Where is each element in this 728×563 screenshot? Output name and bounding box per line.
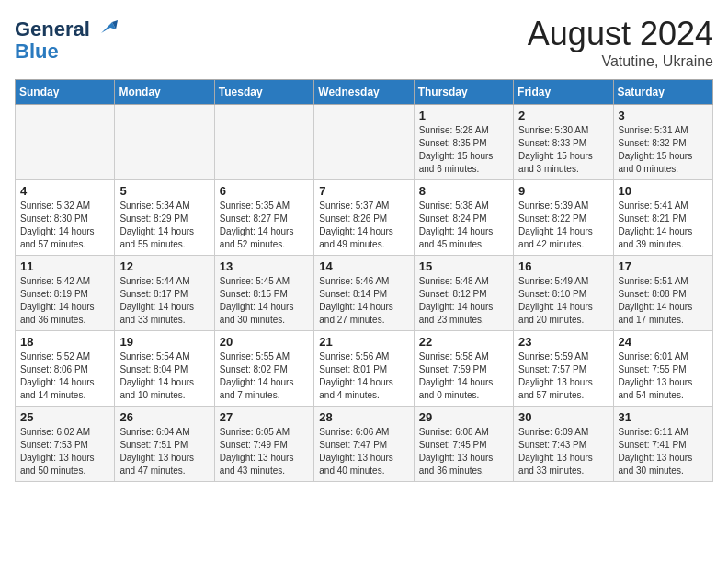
calendar-day-10: 10Sunrise: 5:41 AM Sunset: 8:21 PM Dayli… xyxy=(613,180,712,256)
day-number: 8 xyxy=(419,184,508,198)
col-header-saturday: Saturday xyxy=(613,80,712,105)
day-number: 29 xyxy=(419,410,508,424)
day-number: 10 xyxy=(619,184,708,198)
calendar-day-18: 18Sunrise: 5:52 AM Sunset: 8:06 PM Dayli… xyxy=(16,331,115,407)
calendar-day-30: 30Sunrise: 6:09 AM Sunset: 7:43 PM Dayli… xyxy=(514,407,613,482)
month-year-title: August 2024 xyxy=(528,15,713,53)
day-info: Sunrise: 5:31 AM Sunset: 8:32 PM Dayligh… xyxy=(619,124,708,176)
day-number: 6 xyxy=(220,184,309,198)
day-info: Sunrise: 6:06 AM Sunset: 7:47 PM Dayligh… xyxy=(319,426,408,477)
day-number: 28 xyxy=(319,410,408,424)
day-info: Sunrise: 6:05 AM Sunset: 7:49 PM Dayligh… xyxy=(220,426,309,477)
day-info: Sunrise: 6:01 AM Sunset: 7:55 PM Dayligh… xyxy=(619,350,708,402)
day-number: 31 xyxy=(619,410,708,424)
day-info: Sunrise: 5:58 AM Sunset: 7:59 PM Dayligh… xyxy=(419,350,508,402)
col-header-wednesday: Wednesday xyxy=(314,80,414,105)
calendar-day-11: 11Sunrise: 5:42 AM Sunset: 8:19 PM Dayli… xyxy=(16,256,115,331)
col-header-thursday: Thursday xyxy=(414,80,513,105)
calendar-day-28: 28Sunrise: 6:06 AM Sunset: 7:47 PM Dayli… xyxy=(314,407,414,482)
calendar-week-row: 18Sunrise: 5:52 AM Sunset: 8:06 PM Dayli… xyxy=(16,331,713,407)
day-number: 3 xyxy=(619,109,708,122)
calendar-day-20: 20Sunrise: 5:55 AM Sunset: 8:02 PM Dayli… xyxy=(214,331,313,407)
calendar-day-23: 23Sunrise: 5:59 AM Sunset: 7:57 PM Dayli… xyxy=(514,331,613,407)
day-number: 23 xyxy=(518,335,608,349)
day-info: Sunrise: 5:44 AM Sunset: 8:17 PM Dayligh… xyxy=(119,275,209,327)
day-number: 30 xyxy=(518,410,608,424)
calendar-table: SundayMondayTuesdayWednesdayThursdayFrid… xyxy=(15,79,713,482)
calendar-day-empty xyxy=(214,105,313,180)
calendar-day-5: 5Sunrise: 5:34 AM Sunset: 8:29 PM Daylig… xyxy=(115,180,214,256)
day-number: 2 xyxy=(518,109,608,122)
col-header-tuesday: Tuesday xyxy=(214,80,313,105)
calendar-day-25: 25Sunrise: 6:02 AM Sunset: 7:53 PM Dayli… xyxy=(16,407,115,482)
day-info: Sunrise: 5:59 AM Sunset: 7:57 PM Dayligh… xyxy=(518,350,608,402)
logo-general: General xyxy=(15,17,90,40)
day-number: 9 xyxy=(518,184,608,198)
day-info: Sunrise: 5:55 AM Sunset: 8:02 PM Dayligh… xyxy=(220,350,309,402)
day-info: Sunrise: 6:08 AM Sunset: 7:45 PM Dayligh… xyxy=(419,426,508,477)
day-number: 18 xyxy=(20,335,109,349)
calendar-day-empty xyxy=(16,105,115,180)
day-info: Sunrise: 5:28 AM Sunset: 8:35 PM Dayligh… xyxy=(419,124,508,176)
day-info: Sunrise: 6:02 AM Sunset: 7:53 PM Dayligh… xyxy=(20,426,109,477)
calendar-day-24: 24Sunrise: 6:01 AM Sunset: 7:55 PM Dayli… xyxy=(613,331,712,407)
calendar-day-4: 4Sunrise: 5:32 AM Sunset: 8:30 PM Daylig… xyxy=(16,180,115,256)
day-info: Sunrise: 6:04 AM Sunset: 7:51 PM Dayligh… xyxy=(119,426,209,477)
day-number: 25 xyxy=(20,410,109,424)
day-number: 19 xyxy=(119,335,209,349)
day-info: Sunrise: 5:51 AM Sunset: 8:08 PM Dayligh… xyxy=(619,275,708,327)
day-info: Sunrise: 5:34 AM Sunset: 8:29 PM Dayligh… xyxy=(119,200,209,251)
day-info: Sunrise: 6:09 AM Sunset: 7:43 PM Dayligh… xyxy=(518,426,608,477)
day-number: 21 xyxy=(319,335,408,349)
day-number: 16 xyxy=(518,259,608,273)
day-number: 15 xyxy=(419,259,508,273)
day-info: Sunrise: 5:54 AM Sunset: 8:04 PM Dayligh… xyxy=(119,350,209,402)
day-info: Sunrise: 5:46 AM Sunset: 8:14 PM Dayligh… xyxy=(319,275,408,327)
day-info: Sunrise: 5:52 AM Sunset: 8:06 PM Dayligh… xyxy=(20,350,109,402)
calendar-day-26: 26Sunrise: 6:04 AM Sunset: 7:51 PM Dayli… xyxy=(115,407,214,482)
day-number: 22 xyxy=(419,335,508,349)
day-number: 20 xyxy=(220,335,309,349)
day-number: 27 xyxy=(220,410,309,424)
calendar-day-9: 9Sunrise: 5:39 AM Sunset: 8:22 PM Daylig… xyxy=(514,180,613,256)
logo-icon xyxy=(94,15,119,40)
calendar-day-empty xyxy=(314,105,414,180)
calendar-day-31: 31Sunrise: 6:11 AM Sunset: 7:41 PM Dayli… xyxy=(613,407,712,482)
title-block: August 2024 Vatutine, Ukraine xyxy=(528,15,713,70)
calendar-day-12: 12Sunrise: 5:44 AM Sunset: 8:17 PM Dayli… xyxy=(115,256,214,331)
calendar-day-21: 21Sunrise: 5:56 AM Sunset: 8:01 PM Dayli… xyxy=(314,331,414,407)
day-number: 7 xyxy=(319,184,408,198)
day-info: Sunrise: 5:39 AM Sunset: 8:22 PM Dayligh… xyxy=(518,200,608,251)
calendar-day-15: 15Sunrise: 5:48 AM Sunset: 8:12 PM Dayli… xyxy=(414,256,513,331)
day-info: Sunrise: 5:45 AM Sunset: 8:15 PM Dayligh… xyxy=(220,275,309,327)
calendar-day-29: 29Sunrise: 6:08 AM Sunset: 7:45 PM Dayli… xyxy=(414,407,513,482)
calendar-day-7: 7Sunrise: 5:37 AM Sunset: 8:26 PM Daylig… xyxy=(314,180,414,256)
location-subtitle: Vatutine, Ukraine xyxy=(528,53,713,70)
col-header-sunday: Sunday xyxy=(16,80,115,105)
calendar-day-3: 3Sunrise: 5:31 AM Sunset: 8:32 PM Daylig… xyxy=(613,105,712,180)
calendar-day-16: 16Sunrise: 5:49 AM Sunset: 8:10 PM Dayli… xyxy=(514,256,613,331)
calendar-day-6: 6Sunrise: 5:35 AM Sunset: 8:27 PM Daylig… xyxy=(214,180,313,256)
calendar-day-17: 17Sunrise: 5:51 AM Sunset: 8:08 PM Dayli… xyxy=(613,256,712,331)
calendar-week-row: 4Sunrise: 5:32 AM Sunset: 8:30 PM Daylig… xyxy=(16,180,713,256)
day-info: Sunrise: 5:38 AM Sunset: 8:24 PM Dayligh… xyxy=(419,200,508,251)
calendar-header-row: SundayMondayTuesdayWednesdayThursdayFrid… xyxy=(16,80,713,105)
logo: General Blue xyxy=(15,15,119,63)
calendar-day-8: 8Sunrise: 5:38 AM Sunset: 8:24 PM Daylig… xyxy=(414,180,513,256)
calendar-day-14: 14Sunrise: 5:46 AM Sunset: 8:14 PM Dayli… xyxy=(314,256,414,331)
calendar-day-1: 1Sunrise: 5:28 AM Sunset: 8:35 PM Daylig… xyxy=(414,105,513,180)
day-info: Sunrise: 5:32 AM Sunset: 8:30 PM Dayligh… xyxy=(20,200,109,251)
calendar-day-empty xyxy=(115,105,214,180)
day-info: Sunrise: 5:30 AM Sunset: 8:33 PM Dayligh… xyxy=(518,124,608,176)
day-number: 12 xyxy=(119,259,209,273)
calendar-week-row: 11Sunrise: 5:42 AM Sunset: 8:19 PM Dayli… xyxy=(16,256,713,331)
day-number: 4 xyxy=(20,184,109,198)
day-number: 11 xyxy=(20,259,109,273)
day-info: Sunrise: 5:35 AM Sunset: 8:27 PM Dayligh… xyxy=(220,200,309,251)
day-number: 5 xyxy=(119,184,209,198)
calendar-week-row: 1Sunrise: 5:28 AM Sunset: 8:35 PM Daylig… xyxy=(16,105,713,180)
calendar-week-row: 25Sunrise: 6:02 AM Sunset: 7:53 PM Dayli… xyxy=(16,407,713,482)
calendar-day-19: 19Sunrise: 5:54 AM Sunset: 8:04 PM Dayli… xyxy=(115,331,214,407)
day-number: 1 xyxy=(419,109,508,122)
day-info: Sunrise: 5:37 AM Sunset: 8:26 PM Dayligh… xyxy=(319,200,408,251)
